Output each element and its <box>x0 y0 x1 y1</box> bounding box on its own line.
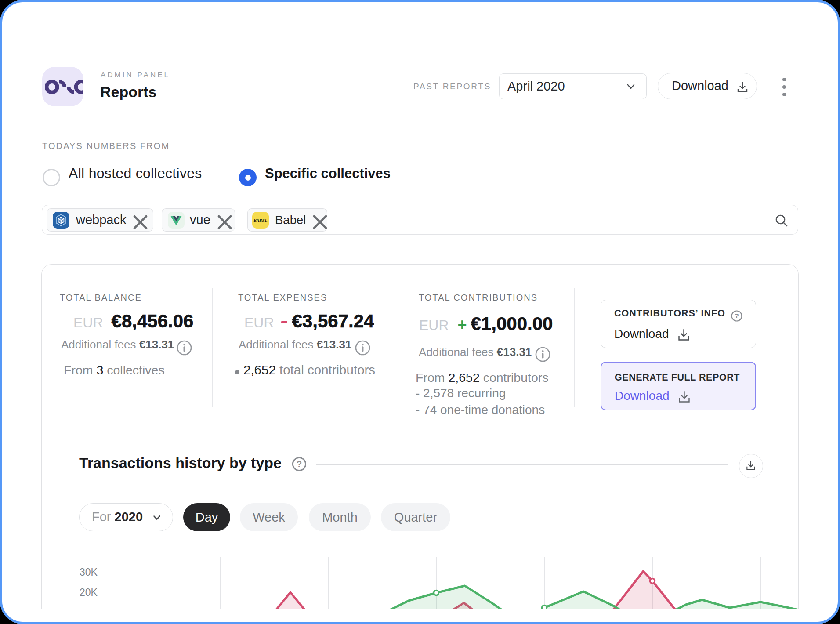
svg-text:BABEL: BABEL <box>253 218 267 223</box>
svg-text:?: ? <box>297 459 302 469</box>
svg-text:30K: 30K <box>80 566 98 578</box>
svg-text:20K: 20K <box>80 587 98 598</box>
svg-text:?: ? <box>735 312 739 319</box>
